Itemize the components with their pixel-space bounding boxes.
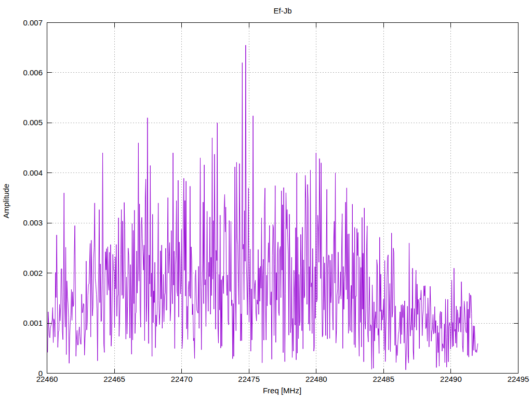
y-tick-label: 0	[38, 369, 43, 378]
x-tick-label: 22475	[238, 375, 260, 383]
x-tick-label: 22470	[171, 375, 193, 383]
x-tick-label: 22465	[103, 375, 125, 383]
y-tick-label: 0.007	[23, 18, 43, 27]
y-tick-label: 0.001	[23, 318, 43, 327]
y-axis-title: Amplitude	[2, 184, 10, 219]
x-tick-labels: 2246022465224702247522480224852249022495	[36, 375, 529, 383]
y-tick-label: 0.004	[23, 168, 43, 177]
spectrum-trace-layer	[47, 45, 478, 370]
chart-canvas: 2246022465224702247522480224852249022495…	[0, 0, 532, 399]
y-tick-label: 0.006	[23, 68, 43, 77]
y-tick-labels: 00.0010.0020.0030.0040.0050.0060.007	[23, 18, 43, 378]
x-tick-label: 22490	[440, 375, 462, 383]
y-tick-label: 0.003	[23, 218, 43, 227]
y-tick-label: 0.005	[23, 118, 43, 127]
chart-title: Ef-Jb	[273, 6, 291, 15]
x-tick-label: 22485	[373, 375, 394, 383]
x-tick-label: 22495	[508, 375, 529, 383]
x-tick-label: 22480	[305, 375, 327, 383]
spectrum-trace	[47, 45, 478, 370]
y-tick-label: 0.002	[23, 269, 43, 277]
spectrum-figure-page: 2246022465224702247522480224852249022495…	[0, 0, 532, 399]
x-axis-title: Freq [MHz]	[263, 386, 301, 395]
